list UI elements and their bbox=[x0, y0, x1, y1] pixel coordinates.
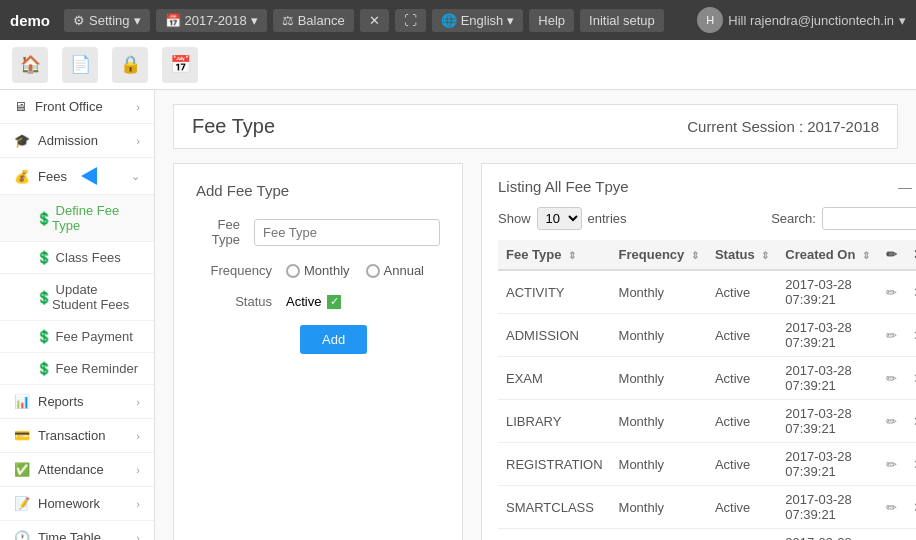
monthly-radio[interactable] bbox=[286, 264, 300, 278]
cell-delete[interactable]: ✕ bbox=[905, 357, 916, 400]
edit-icon[interactable]: ✏ bbox=[886, 328, 897, 343]
entries-select[interactable]: 10 25 50 bbox=[537, 207, 582, 230]
table-controls: Show 10 25 50 entries Search: bbox=[498, 207, 916, 230]
initial-setup-button[interactable]: Initial setup bbox=[580, 9, 664, 32]
sidebar-item-homework[interactable]: 📝 Homework › bbox=[0, 487, 154, 521]
page-header: Fee Type Current Session : 2017-2018 bbox=[173, 104, 898, 149]
sidebar-item-time-table[interactable]: 🕐 Time Table › bbox=[0, 521, 154, 540]
cell-edit[interactable]: ✏ bbox=[878, 400, 905, 443]
sidebar-item-front-office[interactable]: 🖥 Front Office › bbox=[0, 90, 154, 124]
edit-icon[interactable]: ✏ bbox=[886, 500, 897, 515]
chevron-down-icon: ▾ bbox=[251, 13, 258, 28]
home-nav-icon[interactable]: 🏠 bbox=[12, 47, 48, 83]
chevron-right-icon: › bbox=[136, 532, 140, 541]
cell-frequency: Monthly bbox=[611, 400, 707, 443]
sidebar-item-class-fees[interactable]: 💲 Class Fees bbox=[0, 242, 154, 274]
chevron-right-icon: › bbox=[136, 498, 140, 510]
annual-radio[interactable] bbox=[366, 264, 380, 278]
front-office-icon: 🖥 bbox=[14, 99, 27, 114]
sidebar-item-fee-reminder[interactable]: 💲 Fee Reminder bbox=[0, 353, 154, 385]
cell-edit[interactable]: ✏ bbox=[878, 443, 905, 486]
cell-status: Active bbox=[707, 400, 777, 443]
chevron-down-icon: ▾ bbox=[134, 13, 141, 28]
homework-icon: 📝 bbox=[14, 496, 30, 511]
sidebar-item-update-student-fees[interactable]: 💲 Update Student Fees bbox=[0, 274, 154, 321]
cell-edit[interactable]: ✏ bbox=[878, 529, 905, 541]
cell-fee-type: ADMISSION bbox=[498, 314, 611, 357]
calendar-nav-icon[interactable]: 📅 bbox=[162, 47, 198, 83]
fullscreen-button[interactable]: ⛶ bbox=[395, 9, 426, 32]
lock-nav-icon[interactable]: 🔒 bbox=[112, 47, 148, 83]
cell-edit[interactable]: ✏ bbox=[878, 357, 905, 400]
cell-delete[interactable]: ✕ bbox=[905, 270, 916, 314]
balance-button[interactable]: ⚖ Balance bbox=[273, 9, 354, 32]
cell-fee-type: SPORTS bbox=[498, 529, 611, 541]
cell-delete[interactable]: ✕ bbox=[905, 486, 916, 529]
status-control: Active ✓ bbox=[286, 294, 341, 309]
cell-delete[interactable]: ✕ bbox=[905, 529, 916, 541]
minimize-button[interactable]: — bbox=[898, 179, 912, 195]
cell-created-on: 2017-03-28 07:39:21 bbox=[777, 357, 878, 400]
setting-button[interactable]: ⚙ Setting ▾ bbox=[64, 9, 149, 32]
status-label: Status bbox=[196, 294, 286, 309]
listing-header: Listing All Fee Tpye — ✕ bbox=[498, 178, 916, 195]
col-frequency[interactable]: Frequency ⇕ bbox=[611, 240, 707, 270]
fullscreen-icon: ⛶ bbox=[404, 13, 417, 28]
cell-edit[interactable]: ✏ bbox=[878, 486, 905, 529]
document-nav-icon[interactable]: 📄 bbox=[62, 47, 98, 83]
edit-icon[interactable]: ✏ bbox=[886, 371, 897, 386]
sub-item-icon: 💲 bbox=[36, 211, 52, 226]
fee-type-label: Fee Type bbox=[196, 217, 254, 247]
sidebar-item-transaction[interactable]: 💳 Transaction › bbox=[0, 419, 154, 453]
help-button[interactable]: Help bbox=[529, 9, 574, 32]
sort-icon: ⇕ bbox=[691, 250, 699, 261]
listing-panel: Listing All Fee Tpye — ✕ Show 10 25 50 bbox=[481, 163, 916, 540]
edit-icon[interactable]: ✏ bbox=[886, 414, 897, 429]
cell-delete[interactable]: ✕ bbox=[905, 314, 916, 357]
sidebar-item-attendance[interactable]: ✅ Attendance › bbox=[0, 453, 154, 487]
top-nav: demo ⚙ Setting ▾ 📅 2017-2018 ▾ ⚖ Balance… bbox=[0, 0, 916, 40]
sidebar-item-reports[interactable]: 📊 Reports › bbox=[0, 385, 154, 419]
cell-edit[interactable]: ✏ bbox=[878, 270, 905, 314]
cell-created-on: 2017-03-28 07:39:21 bbox=[777, 443, 878, 486]
cell-delete[interactable]: ✕ bbox=[905, 443, 916, 486]
sidebar-item-fee-payment[interactable]: 💲 Fee Payment bbox=[0, 321, 154, 353]
sidebar-item-define-fee-type[interactable]: 💲 Define Fee Type bbox=[0, 195, 154, 242]
col-status[interactable]: Status ⇕ bbox=[707, 240, 777, 270]
col-fee-type[interactable]: Fee Type ⇕ bbox=[498, 240, 611, 270]
table-body: ACTIVITY Monthly Active 2017-03-28 07:39… bbox=[498, 270, 916, 540]
sidebar-item-admission[interactable]: 🎓 Admission › bbox=[0, 124, 154, 158]
main-layout: 🖥 Front Office › 🎓 Admission › 💰 Fees ⌄ … bbox=[0, 90, 916, 540]
cell-delete[interactable]: ✕ bbox=[905, 400, 916, 443]
edit-icon[interactable]: ✏ bbox=[886, 285, 897, 300]
session-button[interactable]: 📅 2017-2018 ▾ bbox=[156, 9, 267, 32]
chevron-right-icon: › bbox=[136, 135, 140, 147]
add-button[interactable]: Add bbox=[300, 325, 367, 354]
cell-fee-type: LIBRARY bbox=[498, 400, 611, 443]
cell-edit[interactable]: ✏ bbox=[878, 314, 905, 357]
fee-type-input[interactable] bbox=[254, 219, 440, 246]
chevron-down-icon: ⌄ bbox=[131, 170, 140, 183]
brand: demo bbox=[10, 12, 50, 29]
add-panel-title: Add Fee Type bbox=[196, 182, 440, 199]
edit-icon[interactable]: ✏ bbox=[886, 457, 897, 472]
expand-button[interactable]: ✕ bbox=[360, 9, 389, 32]
col-created-on[interactable]: Created On ⇕ bbox=[777, 240, 878, 270]
chevron-right-icon: › bbox=[136, 430, 140, 442]
cell-created-on: 2017-03-28 07:39:21 bbox=[777, 486, 878, 529]
fees-arrow-icon bbox=[81, 167, 97, 185]
english-button[interactable]: 🌐 English ▾ bbox=[432, 9, 524, 32]
chevron-right-icon: › bbox=[136, 101, 140, 113]
monthly-radio-label[interactable]: Monthly bbox=[286, 263, 350, 278]
chevron-right-icon: › bbox=[136, 464, 140, 476]
admission-icon: 🎓 bbox=[14, 133, 30, 148]
active-checkbox[interactable]: ✓ bbox=[327, 295, 341, 309]
sub-item-icon: 💲 bbox=[36, 361, 52, 376]
lang-icon: 🌐 bbox=[441, 13, 457, 28]
show-entries-control: Show 10 25 50 entries bbox=[498, 207, 627, 230]
annual-radio-label[interactable]: Annual bbox=[366, 263, 424, 278]
chevron-down-icon: ▾ bbox=[507, 13, 514, 28]
search-input[interactable] bbox=[822, 207, 916, 230]
sidebar-item-fees[interactable]: 💰 Fees ⌄ bbox=[0, 158, 154, 195]
cell-status: Active bbox=[707, 314, 777, 357]
